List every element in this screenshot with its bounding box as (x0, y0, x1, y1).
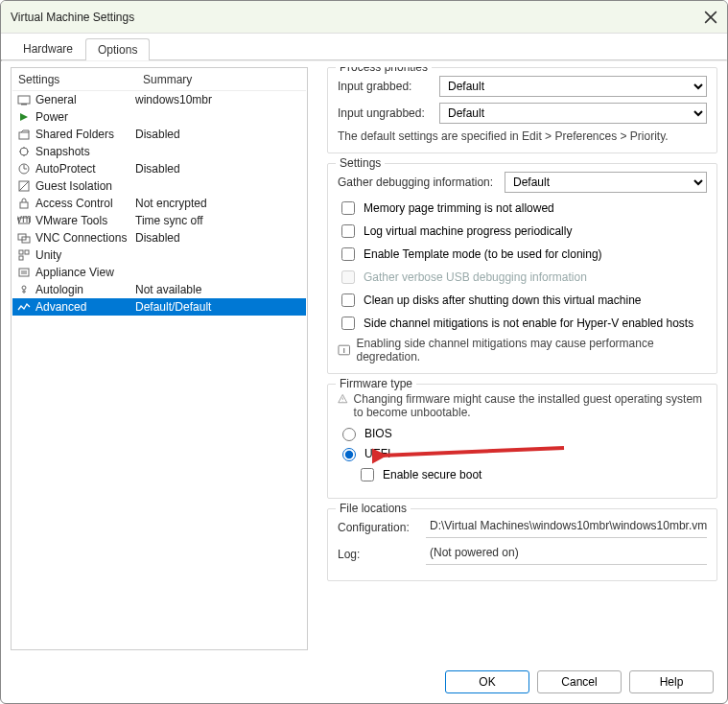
list-item-guest-isolation[interactable]: Guest Isolation (12, 177, 306, 195)
info-icon (338, 343, 350, 357)
svg-rect-12 (25, 250, 29, 254)
warning-icon (338, 392, 348, 406)
firmware-warning: Changing firmware might cause the instal… (354, 392, 707, 419)
group-settings: Settings (336, 156, 385, 170)
list-item-name: Guest Isolation (35, 179, 135, 193)
close-icon[interactable] (704, 11, 717, 24)
svg-rect-11 (19, 250, 23, 254)
list-item-summary: Disabled (135, 128, 306, 141)
list-item-general[interactable]: Generalwindows10mbr (12, 91, 306, 108)
list-item-summary: Not available (135, 283, 306, 296)
list-item-shared-folders[interactable]: Shared FoldersDisabled (12, 126, 306, 143)
checkbox-usb-debug (341, 270, 355, 284)
advanced-icon (16, 299, 32, 315)
select-input-ungrabbed[interactable]: Default (439, 103, 707, 124)
list-item-summary: Not encrypted (135, 197, 306, 210)
label-cleanup-disks: Clean up disks after shutting down this … (364, 293, 641, 307)
list-item-name: Appliance View (35, 266, 135, 279)
list-item-name: Access Control (35, 197, 135, 210)
list-item-summary: Disabled (135, 162, 306, 176)
list-item-summary: Time sync off (135, 214, 306, 227)
checkbox-template-mode[interactable] (341, 247, 355, 261)
list-item-name: VMware Tools (35, 214, 135, 227)
label-side-channel: Side channel mitigations is not enable f… (364, 317, 693, 330)
label-input-grabbed: Input grabbed: (338, 80, 434, 93)
list-item-name: Advanced (35, 300, 135, 314)
group-process-priorities: Process priorities (336, 67, 432, 74)
help-button[interactable]: Help (629, 670, 714, 693)
label-memory-trim: Memory page trimming is not allowed (364, 201, 554, 215)
shared-icon (16, 127, 32, 142)
label-log-progress: Log virtual machine progress periodicall… (364, 224, 572, 238)
snap-icon (16, 144, 32, 159)
list-item-autoprotect[interactable]: AutoProtectDisabled (12, 160, 306, 177)
radio-uefi[interactable] (342, 448, 356, 461)
list-item-name: Shared Folders (35, 128, 135, 141)
svg-rect-6 (20, 202, 28, 208)
vmtools-icon: vm (16, 213, 32, 228)
label-log: Log: (338, 548, 418, 561)
list-item-summary: Default/Default (135, 300, 306, 314)
guest-icon (16, 178, 32, 194)
svg-point-3 (20, 148, 28, 155)
list-item-power[interactable]: Power (12, 108, 306, 126)
label-input-ungrabbed: Input ungrabbed: (338, 106, 434, 120)
tab-options[interactable]: Options (85, 38, 150, 60)
auto-icon (16, 161, 32, 176)
group-file-locations: File locations (336, 502, 411, 515)
svg-rect-1 (21, 104, 27, 106)
list-item-snapshots[interactable]: Snapshots (12, 143, 306, 160)
list-item-unity[interactable]: Unity (12, 246, 306, 264)
header-settings: Settings (12, 69, 137, 90)
select-input-grabbed[interactable]: Default (439, 76, 707, 97)
svg-rect-14 (19, 269, 29, 276)
value-log: (Not powered on) (426, 544, 707, 565)
checkbox-memory-trim[interactable] (341, 201, 355, 215)
checkbox-cleanup-disks[interactable] (341, 293, 355, 307)
checkbox-secure-boot[interactable] (361, 468, 374, 481)
ok-button[interactable]: OK (445, 670, 529, 693)
list-item-vnc-connections[interactable]: VNC ConnectionsDisabled (12, 229, 306, 246)
list-item-autologin[interactable]: AutologinNot available (12, 281, 306, 298)
tab-hardware[interactable]: Hardware (11, 37, 85, 59)
unity-icon (16, 247, 32, 263)
list-item-summary: Disabled (135, 231, 306, 245)
radio-bios[interactable] (342, 428, 356, 441)
value-configuration: D:\Virtual Machines\windows10mbr\windows… (426, 517, 707, 538)
svg-rect-13 (19, 256, 23, 260)
group-firmware-type: Firmware type (336, 377, 416, 390)
list-item-access-control[interactable]: Access ControlNot encrypted (12, 195, 306, 212)
checkbox-log-progress[interactable] (341, 224, 355, 238)
label-uefi: UEFI (364, 447, 390, 460)
list-item-name: Snapshots (35, 145, 135, 158)
list-item-advanced[interactable]: AdvancedDefault/Default (12, 298, 306, 316)
access-icon (16, 196, 32, 211)
list-item-summary: windows10mbr (135, 93, 306, 106)
side-channel-info: Enabling side channel mitigations may ca… (356, 337, 707, 364)
header-summary: Summary (137, 69, 306, 90)
svg-rect-2 (19, 132, 29, 139)
list-item-name: Power (35, 110, 135, 124)
list-item-name: VNC Connections (35, 231, 135, 245)
list-item-appliance-view[interactable]: Appliance View (12, 264, 306, 281)
appliance-icon (16, 265, 32, 280)
svg-point-15 (22, 286, 26, 290)
vnc-icon (16, 230, 32, 246)
svg-rect-0 (18, 96, 30, 104)
label-bios: BIOS (364, 427, 392, 440)
select-gather-debug[interactable]: Default (505, 172, 707, 193)
priority-note: The default settings are specified in Ed… (338, 129, 707, 143)
cancel-button[interactable]: Cancel (537, 670, 622, 693)
power-icon (16, 109, 32, 125)
label-secure-boot: Enable secure boot (383, 468, 481, 481)
window-title: Virtual Machine Settings (11, 11, 704, 24)
label-gather-debug: Gather debugging information: (338, 176, 499, 189)
checkbox-side-channel[interactable] (341, 317, 355, 330)
list-header: Settings Summary (12, 69, 306, 91)
list-item-name: Autologin (35, 283, 135, 296)
autologin-icon (16, 282, 32, 297)
label-usb-debug: Gather verbose USB debugging information (364, 270, 587, 284)
general-icon (16, 92, 32, 107)
list-item-vmware-tools[interactable]: vmVMware ToolsTime sync off (12, 212, 306, 229)
list-item-name: Unity (35, 248, 135, 262)
